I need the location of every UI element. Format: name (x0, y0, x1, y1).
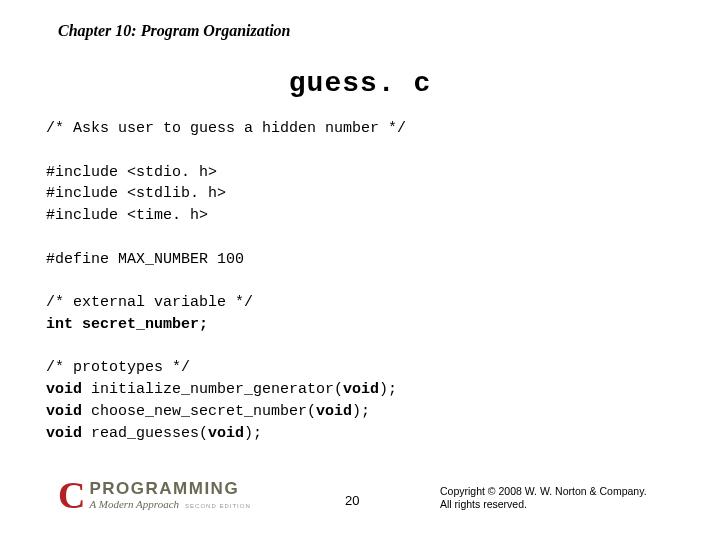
keyword: void (46, 403, 82, 420)
code-line: #include <time. h> (46, 207, 208, 224)
book-logo: C PROGRAMMING A Modern Approach SECOND E… (58, 476, 251, 514)
slide-title: guess. c (0, 68, 720, 99)
chapter-header: Chapter 10: Program Organization (58, 22, 290, 40)
logo-text: PROGRAMMING A Modern Approach SECOND EDI… (89, 480, 250, 510)
keyword: void (316, 403, 352, 420)
logo-letter: C (58, 476, 85, 514)
keyword: void (46, 425, 82, 442)
logo-subtitle: A Modern Approach (89, 499, 179, 510)
code-text: ); (352, 403, 370, 420)
code-line: /* Asks user to guess a hidden number */ (46, 120, 406, 137)
keyword: void (208, 425, 244, 442)
code-line: /* external variable */ (46, 294, 253, 311)
copyright-line: All rights reserved. (440, 498, 647, 512)
footer: C PROGRAMMING A Modern Approach SECOND E… (0, 472, 720, 522)
code-block: /* Asks user to guess a hidden number */… (46, 118, 406, 444)
code-text: initialize_number_generator( (82, 381, 343, 398)
code-text: secret_number; (73, 316, 208, 333)
logo-edition: SECOND EDITION (185, 503, 251, 509)
code-line: #include <stdlib. h> (46, 185, 226, 202)
code-line: /* prototypes */ (46, 359, 190, 376)
page-number: 20 (345, 493, 359, 508)
keyword: void (343, 381, 379, 398)
code-text: ); (379, 381, 397, 398)
keyword: void (46, 381, 82, 398)
copyright-line: Copyright © 2008 W. W. Norton & Company. (440, 485, 647, 499)
keyword: int (46, 316, 73, 333)
code-text: ); (244, 425, 262, 442)
logo-title: PROGRAMMING (89, 480, 250, 497)
code-text: choose_new_secret_number( (82, 403, 316, 420)
code-text: read_guesses( (82, 425, 208, 442)
code-line: #include <stdio. h> (46, 164, 217, 181)
copyright: Copyright © 2008 W. W. Norton & Company.… (440, 485, 647, 512)
code-line: #define MAX_NUMBER 100 (46, 251, 244, 268)
